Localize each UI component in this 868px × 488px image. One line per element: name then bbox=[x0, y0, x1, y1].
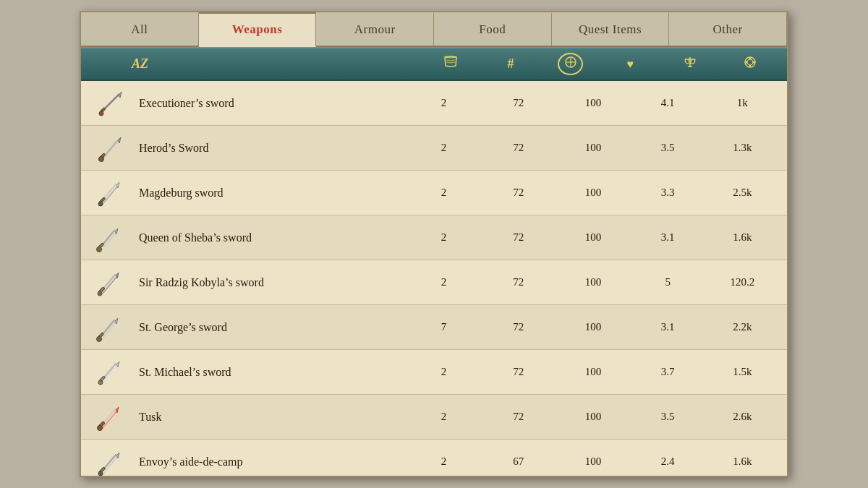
stat-condition: 72 bbox=[501, 366, 537, 378]
svg-line-27 bbox=[102, 232, 116, 249]
item-name: Tusk bbox=[132, 411, 407, 424]
stat-count: 2 bbox=[426, 276, 462, 288]
svg-line-37 bbox=[102, 322, 116, 339]
stat-condition: 72 bbox=[501, 411, 537, 423]
svg-line-17 bbox=[104, 140, 119, 157]
item-sword-icon bbox=[88, 177, 132, 209]
stat-condition: 72 bbox=[501, 142, 537, 154]
tab-other[interactable]: Other bbox=[669, 12, 787, 46]
svg-point-10 bbox=[749, 65, 751, 67]
stat-value: 2.2k bbox=[724, 321, 760, 333]
list-item[interactable]: Executioner’s sword 2 72 100 4.1 1k bbox=[81, 81, 787, 126]
item-name: St. George’s sword bbox=[132, 321, 407, 334]
stat-weight: 5 bbox=[650, 276, 686, 288]
category-tabs: All Weapons Armour Food Quest Items Othe… bbox=[81, 12, 787, 47]
stat-value: 2.5k bbox=[724, 187, 760, 199]
item-stats: 2 72 100 3.3 2.5k bbox=[407, 187, 780, 199]
svg-point-30 bbox=[97, 247, 102, 252]
column-type-icon[interactable] bbox=[438, 54, 464, 74]
list-item[interactable]: Queen of Sheba’s sword 2 72 100 3.1 1.6k bbox=[81, 215, 787, 260]
stat-value: 1k bbox=[724, 97, 760, 109]
item-sword-icon bbox=[88, 356, 132, 388]
stat-condition: 72 bbox=[501, 97, 537, 109]
svg-line-52 bbox=[103, 456, 118, 474]
stat-weight: 4.1 bbox=[650, 97, 686, 109]
stat-value: 2.6k bbox=[724, 411, 760, 423]
stat-health: 100 bbox=[575, 276, 611, 288]
svg-line-32 bbox=[103, 276, 117, 294]
svg-line-42 bbox=[103, 365, 118, 382]
svg-point-11 bbox=[745, 61, 747, 64]
item-stats: 7 72 100 3.1 2.2k bbox=[407, 321, 780, 333]
stat-weight: 3.1 bbox=[650, 321, 686, 333]
list-item[interactable]: Sir Radzig Kobyla’s sword 2 72 100 5 120… bbox=[81, 260, 787, 305]
stat-count: 2 bbox=[426, 142, 462, 154]
item-stats: 2 67 100 2.4 1.6k bbox=[407, 455, 780, 468]
item-name: Envoy’s aide-de-camp bbox=[132, 455, 407, 468]
column-weight-icon[interactable] bbox=[677, 55, 702, 73]
list-item[interactable]: Herod’s Sword 2 72 100 3.5 1.3k bbox=[81, 126, 787, 171]
stat-count: 2 bbox=[426, 366, 462, 378]
stat-value: 1.6k bbox=[724, 455, 760, 468]
stat-value: 1.6k bbox=[724, 231, 760, 244]
svg-marker-18 bbox=[118, 137, 121, 143]
svg-point-9 bbox=[752, 61, 754, 64]
list-item[interactable]: Tusk 2 72 100 3.5 2.6k bbox=[81, 395, 787, 440]
stat-count: 7 bbox=[426, 321, 462, 333]
list-item[interactable]: Magdeburg sword 2 72 100 3.3 2.5k bbox=[81, 171, 787, 215]
stat-condition: 72 bbox=[501, 231, 537, 244]
svg-point-55 bbox=[98, 471, 103, 476]
svg-point-50 bbox=[98, 425, 103, 430]
stat-health: 100 bbox=[575, 366, 611, 378]
item-name: St. Michael’s sword bbox=[132, 366, 407, 379]
column-value-icon[interactable] bbox=[737, 55, 762, 73]
item-sword-icon bbox=[88, 222, 132, 254]
stat-weight: 3.5 bbox=[650, 142, 686, 154]
item-sword-icon bbox=[88, 312, 132, 343]
column-header: AZ # ♥ bbox=[81, 47, 787, 81]
sort-az[interactable]: AZ bbox=[88, 56, 421, 72]
items-list: Executioner’s sword 2 72 100 4.1 1k Hero… bbox=[81, 81, 787, 476]
tab-weapons[interactable]: Weapons bbox=[199, 12, 317, 47]
stat-value: 1.3k bbox=[724, 142, 760, 154]
column-count-icon[interactable]: # bbox=[498, 56, 523, 72]
svg-point-7 bbox=[747, 59, 753, 65]
svg-marker-13 bbox=[119, 92, 122, 98]
stat-weight: 3.3 bbox=[650, 187, 686, 199]
item-stats: 2 72 100 3.5 2.6k bbox=[407, 411, 780, 423]
stat-health: 100 bbox=[575, 97, 611, 109]
stat-health: 100 bbox=[575, 321, 611, 333]
tab-armour[interactable]: Armour bbox=[316, 12, 434, 46]
tab-all[interactable]: All bbox=[81, 12, 199, 46]
svg-point-40 bbox=[97, 336, 102, 341]
tab-food[interactable]: Food bbox=[434, 12, 552, 46]
item-name: Executioner’s sword bbox=[132, 97, 407, 110]
stat-count: 2 bbox=[426, 97, 462, 109]
stat-health: 100 bbox=[575, 455, 611, 468]
list-item[interactable]: Envoy’s aide-de-camp 2 67 100 2.4 1.6k bbox=[81, 440, 787, 476]
item-sword-icon bbox=[88, 446, 132, 476]
item-sword-icon bbox=[88, 401, 132, 433]
item-stats: 2 72 100 3.5 1.3k bbox=[407, 142, 780, 154]
stat-health: 100 bbox=[575, 187, 611, 199]
item-sword-icon bbox=[88, 267, 132, 299]
list-item[interactable]: St. Michael’s sword 2 72 100 3.7 1.5k bbox=[81, 350, 787, 395]
item-name: Sir Radzig Kobyla’s sword bbox=[132, 276, 407, 289]
item-stats: 2 72 100 3.1 1.6k bbox=[407, 231, 780, 244]
item-sword-icon bbox=[88, 132, 132, 164]
stat-weight: 3.5 bbox=[650, 411, 686, 423]
list-item[interactable]: St. George’s sword 7 72 100 3.1 2.2k bbox=[81, 305, 787, 350]
svg-point-35 bbox=[98, 291, 102, 296]
column-condition-icon[interactable] bbox=[558, 53, 583, 75]
svg-point-25 bbox=[98, 202, 103, 206]
stat-health: 100 bbox=[575, 142, 611, 154]
column-heart-icon[interactable]: ♥ bbox=[618, 58, 643, 71]
item-name: Queen of Sheba’s sword bbox=[132, 231, 407, 244]
stat-condition: 72 bbox=[501, 187, 537, 199]
item-stats: 2 72 100 3.7 1.5k bbox=[407, 366, 780, 378]
svg-point-20 bbox=[99, 156, 104, 161]
stat-health: 100 bbox=[575, 231, 611, 244]
tab-quest-items[interactable]: Quest Items bbox=[552, 12, 670, 46]
inventory-window: All Weapons Armour Food Quest Items Othe… bbox=[80, 11, 788, 477]
stat-count: 2 bbox=[426, 455, 462, 468]
